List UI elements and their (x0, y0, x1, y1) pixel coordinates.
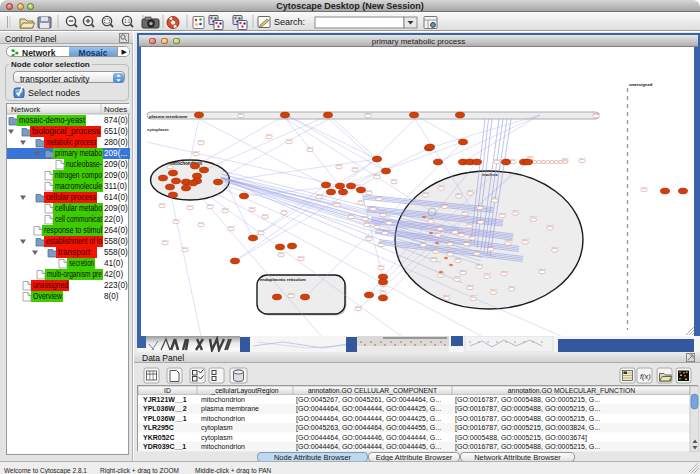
svg-text:cellular process: cellular process (46, 193, 96, 202)
svg-text:cellular metabo: cellular metabo (55, 204, 102, 213)
svg-text:[GO:0016787, GO:0005215, GO:00: [GO:0016787, GO:0005215, GO:0003824, G..… (455, 424, 600, 432)
svg-text:Ydr1 (t): Ydr1 (t) (161, 239, 169, 242)
svg-text:annotation.GO MOLECULAR_FUNCTI: annotation.GO MOLECULAR_FUNCTION (508, 387, 635, 395)
svg-text:[GO:0045267, GO:0045261, GO:00: [GO:0045267, GO:0045261, GO:0044464, G..… (296, 396, 441, 404)
svg-text:Ydr1 (t): Ydr1 (t) (354, 305, 362, 308)
svg-text:[GO:0016787, GO:0005488, GO:00: [GO:0016787, GO:0005488, GO:0005215, G..… (455, 396, 600, 404)
svg-text:Ydr1 (t): Ydr1 (t) (459, 269, 467, 272)
svg-text:Ydr1 (t): Ydr1 (t) (466, 222, 474, 225)
svg-text:Overview: Overview (33, 292, 62, 301)
svg-text:Ydr1 (t): Ydr1 (t) (490, 288, 498, 291)
svg-text:[GO:0016787, GO:0005488, GO:00: [GO:0016787, GO:0005488, GO:0005215, G..… (455, 415, 600, 423)
svg-text:Ydr1 (t): Ydr1 (t) (498, 212, 506, 215)
svg-text:YLR295C: YLR295C (143, 424, 174, 431)
svg-text:1:1: 1:1 (124, 19, 131, 24)
svg-text:Ydr1 (t): Ydr1 (t) (333, 201, 341, 204)
svg-text:multi-organism pre: multi-organism pre (47, 270, 102, 279)
svg-text:response to stimul: response to stimul (44, 226, 102, 235)
svg-text:transport: transport (58, 248, 91, 257)
svg-text:Ydr1 (t): Ydr1 (t) (454, 257, 462, 260)
svg-text:Ydr1 (t): Ydr1 (t) (526, 155, 534, 158)
svg-text:Ydr1 (t): Ydr1 (t) (529, 215, 537, 218)
svg-text:Ydr1 (t): Ydr1 (t) (390, 178, 398, 181)
svg-text:Ydr1 (t): Ydr1 (t) (297, 255, 305, 258)
svg-text:Ydr1 (t): Ydr1 (t) (227, 225, 235, 228)
svg-text:22(0): 22(0) (104, 215, 123, 224)
svg-text:209(...: 209(... (104, 149, 127, 158)
svg-text:_cellularLayoutRegion: _cellularLayoutRegion (210, 387, 278, 395)
svg-text:Ydr1 (t): Ydr1 (t) (363, 221, 371, 224)
svg-text:Ydr1 (t): Ydr1 (t) (237, 112, 245, 115)
svg-text:311(0): 311(0) (104, 182, 127, 191)
svg-text:Ydr1 (t): Ydr1 (t) (483, 272, 491, 275)
svg-text:42(0): 42(0) (104, 270, 123, 279)
svg-text:Ydr1 (t): Ydr1 (t) (430, 256, 438, 259)
svg-text:[GO:0044464, GO:0044444, GO:00: [GO:0044464, GO:0044444, GO:0044425, G..… (296, 415, 441, 423)
svg-text:ID: ID (164, 387, 171, 394)
svg-text:264(0): 264(0) (104, 226, 128, 235)
svg-text:mosaic-demo-yeast: mosaic-demo-yeast (19, 116, 86, 125)
svg-text:Ydr1 (t): Ydr1 (t) (385, 219, 393, 222)
svg-text:mitochondrion: mitochondrion (201, 443, 245, 450)
svg-text:Ydr1 (t): Ydr1 (t) (592, 112, 600, 115)
svg-text:Nodes: Nodes (104, 105, 127, 114)
svg-text:Ydr1 (t): Ydr1 (t) (446, 250, 454, 253)
svg-text:Ydr1 (t): Ydr1 (t) (436, 225, 444, 228)
svg-text:Ydr1 (t): Ydr1 (t) (476, 204, 484, 207)
svg-text:plasma membrane: plasma membrane (149, 114, 188, 119)
svg-text:41(0): 41(0) (104, 259, 123, 268)
svg-text:558(0): 558(0) (104, 248, 128, 257)
svg-text:Ydr1 (t): Ydr1 (t) (578, 157, 586, 160)
svg-text:Ydr1 (t): Ydr1 (t) (364, 112, 372, 115)
svg-text:nucleobase-: nucleobase- (66, 160, 102, 169)
svg-text:cytoplasm: cytoplasm (201, 424, 233, 432)
svg-text:metabolic process: metabolic process (46, 138, 96, 147)
svg-text:209(0): 209(0) (104, 171, 128, 180)
svg-text:mitochondrion: mitochondrion (201, 396, 245, 403)
svg-text:209(0): 209(0) (104, 204, 128, 213)
svg-text:macromolecule: macromolecule (55, 182, 102, 191)
svg-text:Ydr1 (t): Ydr1 (t) (475, 263, 483, 266)
svg-text:558(0): 558(0) (104, 237, 128, 246)
svg-text:mitochondrion: mitochondrion (201, 415, 245, 422)
svg-text:cell communicat: cell communicat (55, 215, 103, 224)
svg-text:Ydr1 (t): Ydr1 (t) (437, 184, 445, 187)
svg-text:Ydr1 (t): Ydr1 (t) (280, 209, 288, 212)
svg-text:Ydr1 (t): Ydr1 (t) (373, 223, 381, 226)
svg-text:Ydr1 (t): Ydr1 (t) (166, 163, 174, 166)
svg-text:YPL036W__1: YPL036W__1 (143, 415, 187, 422)
svg-text:Ydr1 (t): Ydr1 (t) (457, 231, 465, 234)
svg-text:Ydr1 (t): Ydr1 (t) (421, 191, 429, 194)
svg-text:Ydr1 (t): Ydr1 (t) (500, 270, 508, 273)
svg-text:Ydr1 (t): Ydr1 (t) (381, 229, 389, 232)
svg-text:Ydr1 (t): Ydr1 (t) (221, 207, 229, 210)
svg-text:Ydr1 (t): Ydr1 (t) (197, 221, 205, 224)
svg-text:Ydr1 (t): Ydr1 (t) (473, 249, 481, 252)
svg-text:Ydr1 (t): Ydr1 (t) (306, 146, 314, 149)
svg-text:unassigned: unassigned (629, 82, 653, 87)
svg-text:Ydr1 (t): Ydr1 (t) (466, 189, 474, 192)
svg-text:Ydr1 (t): Ydr1 (t) (511, 209, 519, 212)
svg-text:Ydr1 (t): Ydr1 (t) (335, 163, 343, 166)
svg-text:Ydr1 (t): Ydr1 (t) (487, 245, 495, 248)
svg-text:Ydr1 (t): Ydr1 (t) (442, 294, 450, 297)
svg-text:Ydr1 (t): Ydr1 (t) (504, 239, 512, 242)
svg-text:Ydr1 (t): Ydr1 (t) (206, 203, 214, 206)
svg-text:614(0): 614(0) (104, 193, 128, 202)
svg-text:Ydr1 (t): Ydr1 (t) (257, 229, 265, 232)
svg-text:Ydr1 (t): Ydr1 (t) (375, 195, 383, 198)
svg-text:209(0): 209(0) (104, 160, 128, 169)
svg-text:nucleus: nucleus (482, 172, 498, 177)
svg-text:Ydr1 (t): Ydr1 (t) (493, 158, 501, 161)
svg-text:Ydr1 (t): Ydr1 (t) (521, 238, 529, 241)
svg-text:Ydr1 (t): Ydr1 (t) (551, 246, 559, 249)
svg-text:endoplasmic reticulum: endoplasmic reticulum (260, 277, 306, 282)
svg-text:8(0): 8(0) (104, 292, 119, 301)
svg-text:Ydr1 (t): Ydr1 (t) (373, 173, 381, 176)
svg-text:[GO:0005488, GO:0005215, GO:00: [GO:0005488, GO:0005215, GO:0003674] (455, 434, 587, 442)
svg-text:Ydr1 (t): Ydr1 (t) (285, 138, 293, 141)
svg-text:Ydr1 (t): Ydr1 (t) (248, 206, 256, 209)
svg-text:Network: Network (11, 105, 41, 114)
svg-text:establishment of lo: establishment of lo (46, 237, 102, 246)
svg-text:[GO:0016787, GO:0005488, GO:00: [GO:0016787, GO:0005488, GO:0005215, G..… (455, 443, 600, 451)
